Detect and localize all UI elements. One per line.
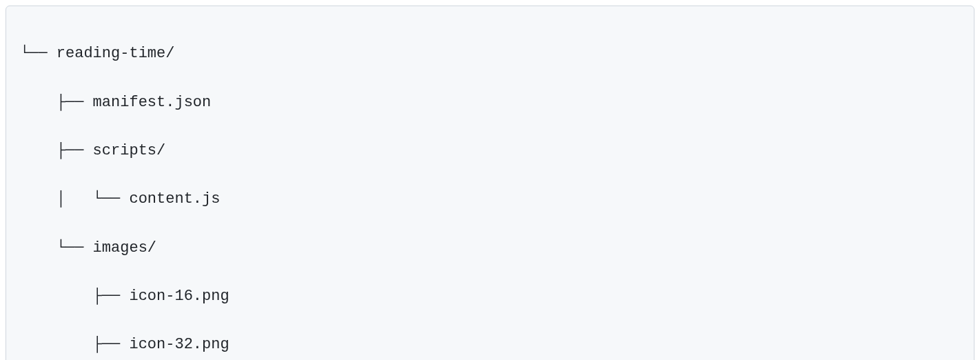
tree-line: └── reading-time/ bbox=[20, 41, 960, 66]
directory-tree-block: └── reading-time/ ├── manifest.json ├── … bbox=[6, 6, 974, 360]
tree-line: ├── scripts/ bbox=[20, 139, 960, 163]
tree-line: ├── manifest.json bbox=[20, 90, 960, 114]
tree-line: ├── icon-32.png bbox=[20, 332, 960, 357]
tree-line: │ └── content.js bbox=[20, 187, 960, 211]
tree-line: └── images/ bbox=[20, 236, 960, 260]
tree-line: ├── icon-16.png bbox=[20, 284, 960, 308]
